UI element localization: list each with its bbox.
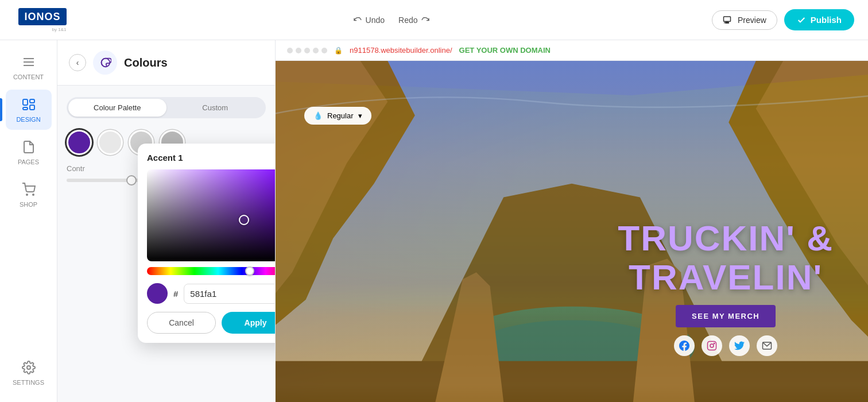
svg-point-12 [27, 366, 30, 369]
hero-title: TRUCKIN' & TRAVELIN' [618, 219, 834, 297]
hex-hash: # [173, 289, 178, 299]
logo-sub: by 1&1 [18, 27, 66, 32]
dot-1 [287, 48, 293, 53]
preview-area: 🔒 n911578.websitebuilder.online/ GET YOU… [276, 40, 868, 402]
hex-row: # [147, 283, 276, 304]
hero-social-row [618, 335, 834, 356]
domain-cta[interactable]: GET YOUR OWN DOMAIN [459, 46, 551, 55]
address-bar: 🔒 n911578.websitebuilder.online/ GET YOU… [276, 40, 868, 61]
hex-input[interactable] [184, 284, 276, 304]
logo: IONOS by 1&1 [14, 8, 71, 32]
dot-5 [321, 48, 327, 53]
main-area: CONTENT DESIGN PAGES SHOP SETTINGS [0, 40, 868, 402]
hero-content: TRUCKIN' & TRAVELIN' SEE MY MERCH [618, 219, 834, 356]
address-url: n911578.websitebuilder.online/ [350, 46, 452, 55]
sidebar-item-settings[interactable]: SETTINGS [6, 353, 52, 393]
instagram-icon[interactable] [702, 335, 722, 356]
redo-label: Redo [398, 16, 417, 25]
sidebar-item-shop[interactable]: SHOP [6, 175, 52, 215]
panel-title: Colours [124, 56, 168, 69]
palette-icon [99, 56, 111, 69]
publish-label: Publish [811, 15, 842, 25]
email-icon[interactable] [757, 335, 777, 356]
check-icon [797, 16, 806, 25]
tab-custom[interactable]: Custom [166, 99, 265, 117]
undo-label: Undo [366, 16, 385, 25]
hero-title-line1: TRUCKIN' & [618, 219, 834, 258]
svg-point-27 [714, 343, 715, 344]
tab-colour-palette[interactable]: Colour Palette [68, 99, 166, 117]
settings-icon [21, 360, 37, 376]
shop-icon [21, 181, 37, 198]
toolbar: IONOS by 1&1 Undo Redo Preview Publish [0, 0, 868, 40]
style-panel: ‹ Colours Colour Palette Custom Contr [57, 40, 276, 402]
palette-tabs: Colour Palette Custom [67, 97, 266, 118]
content-icon [21, 54, 37, 70]
sidebar-pages-label: PAGES [18, 159, 39, 165]
regular-dropdown[interactable]: 💧 Regular ▾ [304, 107, 371, 125]
twitter-icon[interactable] [729, 335, 750, 356]
svg-line-2 [724, 22, 725, 23]
picker-title: Accent 1 [147, 153, 276, 163]
toolbar-right: Preview Publish [712, 9, 854, 30]
picker-actions: Cancel Apply [147, 312, 276, 334]
undo-icon [353, 16, 362, 25]
sidebar-item-design[interactable]: DESIGN [6, 90, 52, 130]
hue-thumb [245, 266, 254, 276]
lock-icon: 🔒 [334, 47, 343, 55]
svg-rect-6 [23, 99, 28, 105]
dropdown-label: Regular [327, 111, 354, 120]
svg-point-26 [710, 344, 714, 347]
hero-section: 💧 Regular ▾ TRUCKIN' & TRAVELIN' SEE MY … [276, 61, 868, 402]
svg-rect-7 [30, 99, 34, 103]
sidebar-settings-label: SETTINGS [13, 379, 44, 386]
current-color-swatch [147, 283, 168, 304]
svg-rect-25 [708, 342, 716, 350]
svg-point-10 [26, 194, 28, 195]
svg-point-11 [33, 194, 34, 195]
swatch-accent1[interactable] [67, 130, 92, 155]
panel-icon [93, 51, 117, 75]
cancel-button[interactable]: Cancel [147, 312, 216, 334]
hero-cta-button[interactable]: SEE MY MERCH [676, 305, 776, 327]
undo-button[interactable]: Undo [353, 16, 385, 25]
svg-rect-1 [726, 22, 729, 23]
color-picker-popup: Accent 1 # Cancel Apply [138, 144, 276, 343]
sidebar-design-label: DESIGN [16, 116, 40, 123]
svg-rect-0 [724, 17, 731, 21]
swatch-2[interactable] [98, 130, 123, 155]
preview-button[interactable]: Preview [712, 10, 777, 30]
dot-3 [304, 48, 310, 53]
toolbar-center: Undo Redo [71, 16, 712, 25]
panel-back-button[interactable]: ‹ [69, 54, 86, 71]
hue-slider[interactable] [147, 267, 276, 275]
sidebar-item-pages[interactable]: PAGES [6, 132, 52, 172]
monitor-icon [723, 16, 733, 24]
sidebar-item-content[interactable]: CONTENT [6, 47, 52, 87]
redo-icon [421, 16, 430, 25]
svg-rect-9 [23, 107, 28, 110]
svg-rect-8 [30, 105, 34, 110]
dot-2 [296, 48, 301, 53]
svg-rect-22 [276, 361, 868, 402]
panel-header: ‹ Colours [57, 40, 275, 86]
color-gradient[interactable] [147, 169, 276, 261]
chevron-down-icon: ▾ [358, 111, 362, 120]
dot-4 [313, 48, 319, 53]
redo-button[interactable]: Redo [398, 16, 430, 25]
design-icon [21, 96, 37, 113]
apply-button[interactable]: Apply [222, 312, 276, 334]
sidebar: CONTENT DESIGN PAGES SHOP SETTINGS [0, 40, 57, 402]
contrast-thumb[interactable] [126, 175, 137, 185]
sidebar-shop-label: SHOP [20, 201, 37, 208]
hero-title-line2: TRAVELIN' [618, 258, 834, 297]
pages-icon [21, 139, 37, 155]
facebook-icon[interactable] [674, 335, 695, 356]
logo-text: IONOS [18, 8, 66, 25]
publish-button[interactable]: Publish [784, 9, 854, 30]
window-dots [287, 48, 327, 53]
preview-label: Preview [738, 16, 766, 25]
dropdown-water-icon: 💧 [313, 111, 323, 120]
sidebar-content-label: CONTENT [13, 74, 44, 80]
picker-cursor [239, 215, 249, 225]
